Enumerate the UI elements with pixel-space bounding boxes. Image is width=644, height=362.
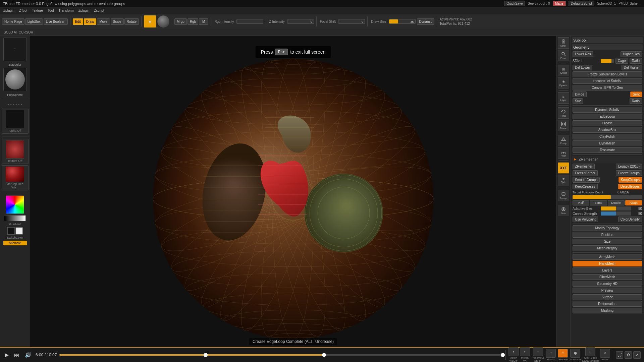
rotate-ri-btn[interactable]: Rotat (558, 107, 569, 119)
freeze-border-btn[interactable]: FreezeBorder (573, 170, 598, 176)
reconstruct-subdiv-btn[interactable]: reconstruct Subdiv (573, 78, 642, 84)
claypolish-btn[interactable]: ClayPolish (573, 134, 642, 139)
matcap-preview[interactable] (6, 167, 24, 182)
del-lower-btn[interactable]: Del Lower (573, 65, 592, 70)
tessimate-btn[interactable]: Tessimate (573, 147, 642, 153)
masking-btn[interactable]: Masking (573, 308, 642, 313)
defaultzscript-button[interactable]: DefaultZScript (569, 1, 594, 6)
aarat-btn[interactable]: ⊞ AARat (558, 65, 569, 76)
bt-morph-wt-diff[interactable]: ● MorphWt/Diff (508, 347, 519, 362)
zmodeler-thumb[interactable]: ⬡ (3, 38, 27, 61)
legacy-btn[interactable]: Legacy (2018) (616, 164, 642, 169)
bt-standard[interactable]: ⬤ Standard (570, 349, 581, 361)
qviz-ri-btn[interactable]: 👁 QViz (558, 175, 569, 186)
menu-ztool[interactable]: ZTool (17, 8, 29, 13)
rotate-button[interactable]: Rotate (124, 18, 139, 25)
bt-zmodeler[interactable]: ⬡ ZModeler (557, 349, 569, 361)
mrgb-button[interactable]: Mrgb (174, 18, 187, 25)
z-intensity-slider[interactable]: 0 (287, 19, 314, 24)
m-button[interactable]: M (199, 18, 208, 25)
color-white[interactable] (15, 227, 23, 235)
modify-topology-btn[interactable]: Modify Topology (573, 225, 642, 231)
double-btn[interactable]: Double (608, 200, 625, 205)
divide-btn[interactable]: Divide (573, 92, 587, 97)
geometry-hd-btn[interactable]: Geometry HD (573, 281, 642, 287)
alpha-preview[interactable] (6, 110, 24, 128)
dynamic-subdiv-btn[interactable]: Dynamic Subdiv (573, 107, 642, 113)
bt-polish[interactable]: ◌ Polish (546, 349, 556, 361)
bt-morph-wt[interactable]: ● MorphWt (520, 347, 530, 362)
color-swatch[interactable] (6, 195, 24, 214)
edit-button[interactable]: Edit (73, 18, 83, 25)
viewport-canvas[interactable] (30, 36, 556, 362)
size-btn[interactable]: Size (573, 239, 642, 244)
quicksave-button[interactable]: QuickSave (504, 1, 525, 6)
higher-res-btn[interactable]: Higher Res (621, 51, 642, 57)
lightbox-button[interactable]: LightBox (25, 18, 43, 25)
dynamesh-btn[interactable]: DynaMesh (573, 140, 642, 146)
texture-preview[interactable] (6, 140, 24, 159)
alternate-button[interactable]: Alternate (3, 241, 27, 245)
same-btn[interactable]: Same (590, 200, 607, 205)
smooth-groups-btn[interactable]: SmoothGroups (573, 177, 600, 183)
bt-move[interactable]: ⊕ Move (600, 349, 610, 361)
draw-size-slider[interactable]: 35 (389, 19, 416, 24)
convert-bpr-btn[interactable]: Convert BPR To Geo (573, 85, 642, 90)
color-black[interactable] (7, 227, 15, 235)
zremesher-btn[interactable]: ZRemesher (573, 164, 595, 169)
floor-ri-btn[interactable]: Floor (558, 147, 569, 159)
curves-strength-slider[interactable] (601, 212, 631, 216)
canvas-area[interactable]: Press Esc to exit full screen Crease Edg… (30, 36, 556, 362)
xyz-ri-btn[interactable]: XYZ (558, 162, 569, 174)
edgeloop-btn[interactable]: EdgeLoop (573, 114, 642, 119)
matte-button[interactable]: Matte (553, 1, 566, 6)
rgb-intensity-slider[interactable] (236, 19, 263, 24)
suv-btn[interactable]: Suv (573, 98, 583, 104)
del-higher-btn[interactable]: Del Higher (622, 65, 642, 70)
draw-button[interactable]: Draw (84, 18, 96, 25)
ratio-btn[interactable]: Ratio (630, 58, 642, 64)
layer-ri-btn[interactable]: ≡ Layer (558, 92, 569, 104)
use-polypaint-btn[interactable]: Use Polypaint (573, 217, 598, 222)
keep-groups-btn[interactable]: KeepGroups (619, 177, 642, 183)
nanomesh-btn[interactable]: NanoMesh (573, 261, 642, 266)
polysphere-thumb[interactable] (3, 68, 27, 91)
focal-shift-slider[interactable]: 0 (338, 19, 365, 24)
shadowbox-btn[interactable]: ShadowBox (573, 127, 642, 133)
expand-button[interactable]: ⤢ (633, 351, 641, 359)
subtool-title[interactable]: SubTool (572, 37, 643, 43)
freeze-groups-btn[interactable]: FreezeGroups (616, 170, 642, 176)
persp-ri-btn[interactable]: Persp (558, 135, 569, 146)
brush-icon-btn[interactable]: ● (144, 15, 156, 27)
half-btn[interactable]: Half (573, 200, 589, 205)
color-density-btn[interactable]: ColorDensity (618, 217, 642, 222)
scale-button[interactable]: Scale (111, 18, 124, 25)
mute-button[interactable]: 🔊 (23, 351, 33, 359)
solo-at-cursor[interactable]: SOLO AT CURSOR (2, 30, 35, 35)
detect-edges-btn[interactable]: DetectEdges (618, 184, 642, 189)
ratio2-btn[interactable]: Ratio (630, 98, 642, 104)
target-poly-slider[interactable] (573, 195, 642, 199)
sdiv-slider[interactable] (601, 59, 614, 63)
menu-texture[interactable]: Texture (30, 8, 45, 13)
bt-transmove[interactable]: ↔ TransMoveBrush (531, 347, 545, 362)
arraymesh-btn[interactable]: ArrayMesh (573, 254, 642, 260)
menu-zplugin2[interactable]: Zplugin (76, 8, 92, 13)
freeze-subdiv-btn[interactable]: Freeze SubDivision Levels (573, 71, 642, 77)
adaptive-size-slider[interactable] (601, 206, 631, 210)
fullscreen-button[interactable]: ⛶ (616, 351, 623, 359)
menu-zplugin[interactable]: Zplugin (1, 8, 16, 13)
transp-ri-btn[interactable]: Transp (558, 190, 569, 201)
sphere-preview-btn[interactable] (157, 15, 169, 27)
menu-transform[interactable]: Transform (56, 8, 75, 13)
skip-button[interactable]: ⏭ (13, 351, 21, 359)
lower-res-btn[interactable]: Lower Res (573, 51, 593, 57)
surface-btn[interactable]: Surface (573, 294, 642, 300)
settings-button[interactable]: ⚙ (625, 351, 632, 359)
meshintegrity-btn[interactable]: MeshIntegrity (573, 245, 642, 251)
gradient-preview[interactable] (4, 215, 26, 221)
move-button[interactable]: Move (97, 18, 110, 25)
deformation-btn[interactable]: Deformation (573, 301, 642, 307)
adapt-btn[interactable]: Adapt (625, 200, 642, 205)
solo-ri-btn[interactable]: Solo (558, 205, 569, 216)
